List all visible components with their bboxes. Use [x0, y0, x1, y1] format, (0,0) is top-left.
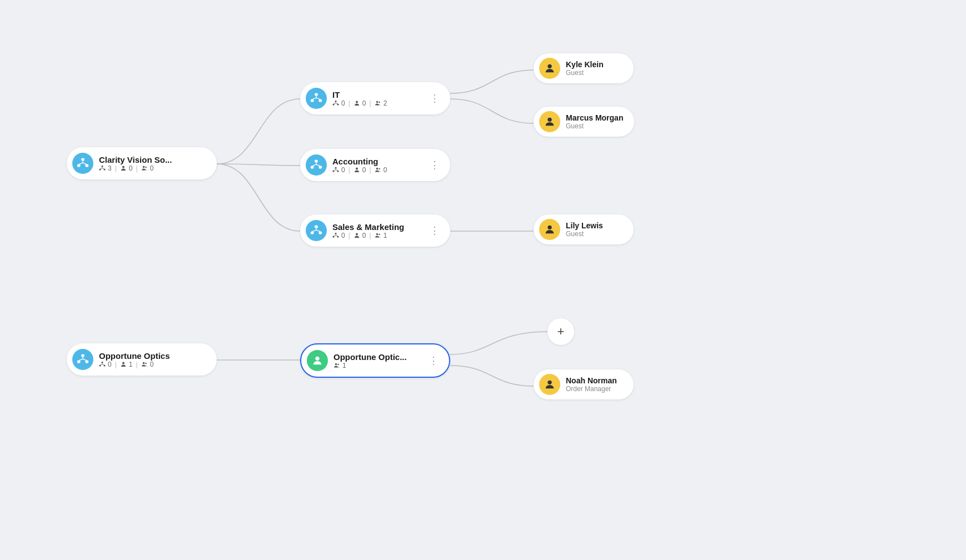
marcus-role: Guest [566, 122, 623, 130]
svg-point-80 [547, 226, 551, 229]
svg-rect-7 [99, 169, 101, 171]
add-button[interactable]: + [547, 318, 574, 345]
accounting-menu[interactable]: ⋮ [429, 159, 441, 171]
it-stats: 0 | 0 | 2 [332, 99, 423, 107]
svg-rect-23 [337, 104, 339, 106]
svg-rect-46 [311, 232, 314, 234]
noah-avatar [539, 374, 560, 395]
svg-rect-32 [319, 166, 322, 169]
svg-line-49 [312, 230, 316, 232]
svg-line-11 [102, 168, 104, 169]
svg-rect-37 [333, 171, 335, 172]
svg-point-27 [356, 101, 358, 103]
svg-point-59 [379, 233, 380, 235]
svg-line-56 [336, 235, 338, 236]
noah-name: Noah Norman [566, 376, 617, 385]
svg-line-4 [79, 163, 83, 164]
it-icon [306, 88, 327, 109]
svg-rect-0 [81, 158, 84, 161]
svg-line-5 [83, 163, 87, 164]
svg-point-79 [547, 118, 551, 122]
lily-role: Guest [566, 230, 603, 238]
accounting-icon [306, 154, 327, 176]
svg-line-55 [333, 235, 336, 236]
svg-point-14 [145, 166, 147, 168]
svg-line-41 [336, 169, 338, 171]
svg-rect-67 [99, 365, 101, 367]
marcus-name: Marcus Morgan [566, 113, 623, 122]
svg-rect-1 [77, 164, 81, 167]
svg-rect-68 [104, 365, 106, 367]
opportune-child-stats: 1 [333, 362, 422, 369]
svg-point-13 [142, 166, 145, 168]
svg-point-58 [376, 233, 378, 235]
svg-point-78 [547, 64, 551, 68]
it-title: IT [332, 90, 423, 99]
svg-rect-21 [335, 101, 337, 102]
add-icon: + [557, 324, 565, 339]
kyle-person-node[interactable]: Kyle Klein Guest [534, 53, 634, 83]
svg-point-76 [335, 363, 337, 365]
accounting-stats: 0 | 0 | 0 [332, 166, 423, 174]
svg-line-26 [336, 103, 338, 104]
svg-line-70 [100, 364, 102, 365]
svg-rect-15 [315, 93, 318, 96]
lily-avatar [539, 219, 560, 240]
sales-node[interactable]: Sales & Marketing 0 | 0 | 1 ⋮ [300, 214, 450, 247]
clarity-stats: 3 | 0 | 0 [99, 164, 208, 172]
svg-point-28 [376, 101, 378, 103]
svg-point-73 [142, 362, 145, 364]
opportune-root-node[interactable]: Opportune Optics 0 | 1 | 0 [67, 343, 217, 376]
accounting-title: Accounting [332, 157, 423, 166]
accounting-node[interactable]: Accounting 0 | 0 | 0 ⋮ [300, 149, 450, 181]
marcus-person-node[interactable]: Marcus Morgan Guest [534, 107, 634, 137]
svg-line-19 [312, 98, 316, 99]
svg-rect-60 [81, 354, 84, 357]
clarity-icon [72, 153, 93, 174]
svg-point-72 [122, 362, 125, 364]
svg-point-57 [356, 233, 358, 235]
sales-icon [306, 220, 327, 241]
svg-line-35 [316, 164, 320, 166]
svg-rect-45 [315, 226, 318, 228]
svg-line-71 [102, 364, 104, 365]
svg-rect-31 [311, 166, 314, 169]
it-node[interactable]: IT 0 | 0 | 2 ⋮ [300, 82, 450, 114]
lily-name: Lily Lewis [566, 221, 603, 230]
clarity-node[interactable]: Clarity Vision So... 3 | 0 | 0 [67, 147, 217, 179]
svg-line-20 [316, 98, 320, 99]
opportune-child-menu[interactable]: ⋮ [427, 354, 440, 367]
svg-rect-36 [335, 167, 337, 169]
noah-person-node[interactable]: Noah Norman Order Manager [534, 369, 634, 399]
svg-rect-30 [315, 160, 318, 163]
svg-point-29 [379, 101, 380, 103]
svg-rect-22 [333, 104, 335, 106]
opportune-root-icon [72, 349, 93, 370]
svg-rect-66 [102, 362, 103, 363]
svg-point-77 [337, 363, 339, 365]
svg-line-34 [312, 164, 316, 166]
svg-rect-8 [104, 169, 106, 171]
kyle-role: Guest [566, 69, 604, 77]
svg-rect-2 [86, 164, 89, 167]
svg-rect-16 [311, 99, 314, 102]
opportune-child-node[interactable]: Opportune Optic... 1 ⋮ [300, 343, 450, 378]
sales-stats: 0 | 0 | 1 [332, 232, 423, 239]
svg-line-25 [333, 103, 336, 104]
kyle-avatar [539, 58, 560, 79]
svg-point-43 [376, 167, 378, 169]
opportune-root-stats: 0 | 1 | 0 [99, 361, 208, 368]
svg-point-44 [379, 168, 380, 169]
svg-rect-17 [319, 99, 322, 102]
it-menu[interactable]: ⋮ [429, 92, 441, 104]
lily-person-node[interactable]: Lily Lewis Guest [534, 214, 634, 244]
svg-rect-52 [333, 236, 335, 238]
kyle-name: Kyle Klein [566, 60, 604, 69]
svg-point-12 [122, 166, 125, 168]
sales-menu[interactable]: ⋮ [429, 224, 441, 237]
opportune-root-title: Opportune Optics [99, 351, 208, 361]
svg-line-50 [316, 230, 320, 232]
svg-line-40 [333, 169, 336, 171]
sales-title: Sales & Marketing [332, 222, 423, 232]
opportune-child-title: Opportune Optic... [333, 352, 422, 362]
